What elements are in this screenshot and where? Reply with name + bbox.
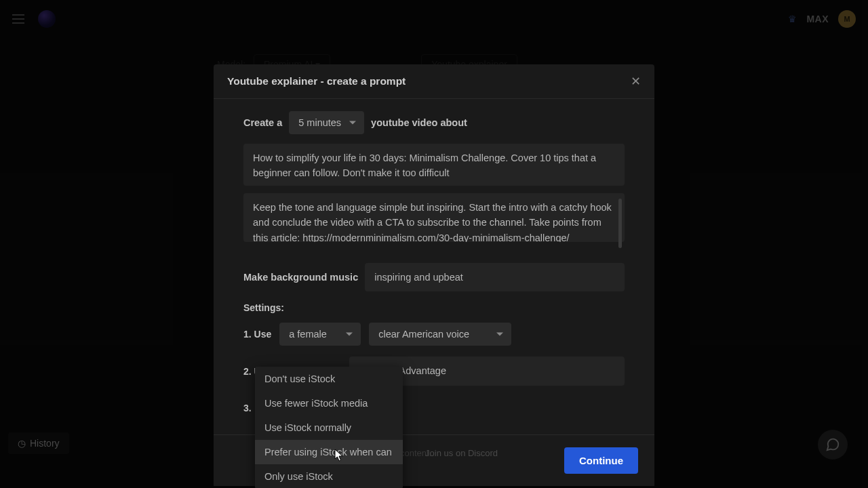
chevron-down-icon: [349, 121, 356, 125]
continue-button[interactable]: Continue: [564, 447, 638, 474]
chat-fab[interactable]: [818, 430, 848, 460]
history-button[interactable]: ◷ History: [8, 432, 69, 454]
duration-select[interactable]: 5 minutes: [289, 111, 364, 134]
setting-1-label: 1. Use: [243, 329, 271, 340]
istock-option[interactable]: Prefer using iStock when can: [255, 440, 403, 464]
voice-accent-select[interactable]: clear American voice: [369, 323, 511, 346]
istock-option[interactable]: Only use iStock: [255, 464, 403, 488]
close-icon[interactable]: ✕: [631, 74, 641, 89]
video-about-label: youtube video about: [371, 117, 467, 128]
chevron-down-icon: [496, 333, 503, 336]
setting-3-label: 3.: [243, 403, 252, 413]
istock-dropdown: Don't use iStock Use fewer iStock media …: [255, 367, 403, 488]
istock-option[interactable]: Don't use iStock: [255, 367, 403, 391]
modal-title: Youtube explainer - create a prompt: [227, 75, 406, 87]
voice-gender-select[interactable]: a female: [279, 323, 361, 346]
istock-option[interactable]: Use fewer iStock media: [255, 391, 403, 415]
create-a-label: Create a: [243, 117, 282, 128]
bgmusic-label: Make background music: [243, 272, 358, 283]
bgmusic-input[interactable]: [365, 263, 625, 291]
topic-textarea[interactable]: [243, 144, 625, 186]
discord-link[interactable]: content. Join us on Discord: [407, 448, 498, 458]
chevron-down-icon: [346, 333, 353, 336]
duration-value: 5 minutes: [298, 117, 341, 128]
clock-icon: ◷: [18, 438, 26, 449]
istock-option[interactable]: Use iStock normally: [255, 415, 403, 440]
instructions-textarea[interactable]: [243, 193, 625, 242]
settings-heading: Settings:: [243, 302, 625, 313]
